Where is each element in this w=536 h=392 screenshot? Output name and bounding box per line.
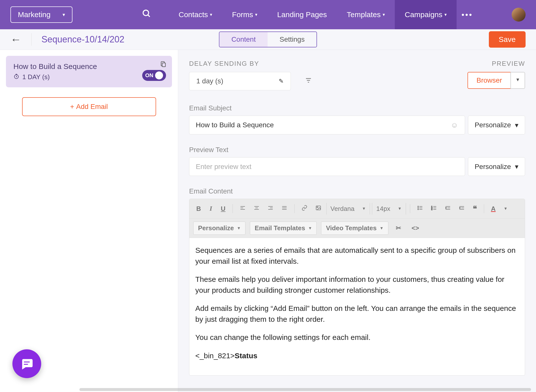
italic-button[interactable]: I xyxy=(206,203,216,214)
delay-block: DELAY SENDING BY 1 day (s) ✎ xyxy=(189,60,312,90)
preview-block: PREVIEW Browser ▾ xyxy=(468,60,525,89)
search-icon[interactable] xyxy=(142,9,151,21)
preview-browser-button[interactable]: Browser xyxy=(468,72,510,89)
preview-dropdown[interactable]: ▾ xyxy=(510,72,525,89)
font-select[interactable]: Verdana▼ xyxy=(326,203,370,215)
email-list-sidebar: How to Build a Sequence 1 DAY (s) ON + A… xyxy=(0,50,178,392)
chevron-down-icon: ▾ xyxy=(63,12,65,18)
email-card-title: How to Build a Sequence xyxy=(13,62,165,71)
heading: Status xyxy=(235,352,258,360)
more-icon[interactable]: ••• xyxy=(462,10,473,19)
pencil-icon[interactable]: ✎ xyxy=(279,78,284,85)
chevron-down-icon: ▾ xyxy=(516,76,519,83)
paragraph: These emails help you deliver important … xyxy=(195,274,519,295)
paragraph: You can change the following settings fo… xyxy=(195,332,519,343)
cut-button[interactable]: ✂ xyxy=(393,222,404,234)
email-templates-dropdown[interactable]: Email Templates▼ xyxy=(250,222,317,235)
editor: B I U Verdana▼ 14px▼ 123 xyxy=(189,199,525,376)
workspace-label: Marketing xyxy=(18,10,51,19)
nav-campaigns[interactable]: Campaigns▾ xyxy=(395,0,457,29)
paragraph: Sequences are a series of emails that ar… xyxy=(195,245,519,266)
save-button[interactable]: Save xyxy=(489,31,526,48)
caret-down-icon: ▼ xyxy=(237,226,241,230)
chat-fab[interactable] xyxy=(12,349,41,378)
chevron-down-icon: ▾ xyxy=(444,12,447,17)
workspace-dropdown[interactable]: Marketing ▾ xyxy=(10,6,72,23)
clock-icon xyxy=(13,73,19,81)
svg-rect-2 xyxy=(162,63,166,67)
main-content: DELAY SENDING BY 1 day (s) ✎ PREVIEW Bro… xyxy=(178,50,536,392)
chevron-down-icon: ▾ xyxy=(383,12,385,17)
preview-text-input[interactable]: Enter preview text xyxy=(189,157,465,176)
caret-down-icon: ▼ xyxy=(380,226,384,230)
caret-down-icon: ▼ xyxy=(308,226,312,230)
toggle-label: ON xyxy=(145,72,153,79)
svg-point-21 xyxy=(418,206,418,207)
bold-button[interactable]: B xyxy=(193,203,204,215)
personalize-dropdown[interactable]: Personalize ▾ xyxy=(468,157,525,176)
toggle-knob xyxy=(155,71,163,79)
copy-icon[interactable] xyxy=(160,60,167,69)
outdent-button[interactable] xyxy=(442,203,454,215)
video-templates-dropdown[interactable]: Video Templates▼ xyxy=(321,222,388,235)
subject-input[interactable]: How to Build a Sequence ☺ xyxy=(189,116,465,134)
tab-settings[interactable]: Settings xyxy=(268,32,316,47)
filter-icon[interactable] xyxy=(305,77,312,86)
page-title: Sequence-10/14/202 xyxy=(41,34,124,45)
editor-body[interactable]: Sequences are a series of emails that ar… xyxy=(189,238,525,375)
emoji-icon[interactable]: ☺ xyxy=(451,121,458,129)
paragraph: Add emails by clicking “Add Email” butto… xyxy=(195,303,519,325)
nav-landing-pages[interactable]: Landing Pages xyxy=(267,0,337,29)
nav-forms[interactable]: Forms▾ xyxy=(222,0,267,29)
chevron-down-icon: ▾ xyxy=(515,163,518,171)
nav-templates[interactable]: Templates▾ xyxy=(337,0,395,29)
align-right-button[interactable] xyxy=(265,203,276,215)
svg-point-25 xyxy=(418,209,418,210)
subject-label: Email Subject xyxy=(189,104,525,112)
preview-text-block: Preview Text Enter preview text Personal… xyxy=(189,146,525,176)
text-color-button[interactable]: A xyxy=(488,203,499,215)
size-select[interactable]: 14px▼ xyxy=(372,203,406,215)
tab-content[interactable]: Content xyxy=(219,32,268,47)
chevron-down-icon: ▾ xyxy=(255,12,257,17)
subject-block: Email Subject How to Build a Sequence ☺ … xyxy=(189,104,525,134)
add-email-button[interactable]: + Add Email xyxy=(22,97,156,116)
sub-header: ← Sequence-10/14/202 Content Settings Sa… xyxy=(0,29,536,50)
preview-text-label: Preview Text xyxy=(189,146,525,154)
nav-items: Contacts▾ Forms▾ Landing Pages Templates… xyxy=(169,0,473,29)
code-view-button[interactable]: <> xyxy=(409,222,422,234)
content-label: Email Content xyxy=(189,187,525,195)
chevron-down-icon: ▾ xyxy=(515,121,518,129)
indent-button[interactable] xyxy=(456,203,468,215)
quote-button[interactable]: ❝ xyxy=(470,202,480,215)
content-block: Email Content B I U Verdana▼ 14px▼ xyxy=(189,187,525,376)
svg-text:3: 3 xyxy=(431,208,433,211)
scrollbar[interactable] xyxy=(79,388,531,391)
personalize-editor-dropdown[interactable]: Personalize▼ xyxy=(193,222,245,235)
color-caret-icon[interactable]: ▼ xyxy=(501,204,510,213)
svg-point-23 xyxy=(418,207,418,208)
email-toggle[interactable]: ON xyxy=(142,70,166,81)
link-button[interactable] xyxy=(299,203,310,215)
avatar[interactable] xyxy=(512,8,526,22)
email-card[interactable]: How to Build a Sequence 1 DAY (s) ON xyxy=(6,56,172,87)
email-card-delay: 1 DAY (s) xyxy=(13,73,165,81)
svg-line-1 xyxy=(148,15,150,17)
plus-icon: + xyxy=(70,103,74,111)
ol-button[interactable]: 123 xyxy=(428,203,440,215)
ul-button[interactable] xyxy=(414,203,426,215)
editor-toolbar-row2: Personalize▼ Email Templates▼ Video Temp… xyxy=(189,219,525,238)
svg-point-20 xyxy=(317,207,318,208)
top-nav: Marketing ▾ Contacts▾ Forms▾ Landing Pag… xyxy=(0,0,536,29)
align-justify-button[interactable] xyxy=(278,203,290,215)
preview-label: PREVIEW xyxy=(468,60,525,67)
underline-button[interactable]: U xyxy=(218,203,229,215)
align-center-button[interactable] xyxy=(251,203,263,215)
back-arrow-icon[interactable]: ← xyxy=(10,33,32,46)
align-left-button[interactable] xyxy=(237,203,249,215)
tab-group: Content Settings xyxy=(219,32,317,47)
delay-input[interactable]: 1 day (s) ✎ xyxy=(189,72,291,90)
personalize-dropdown[interactable]: Personalize ▾ xyxy=(468,116,525,134)
nav-contacts[interactable]: Contacts▾ xyxy=(169,0,222,29)
image-button[interactable] xyxy=(312,203,324,215)
